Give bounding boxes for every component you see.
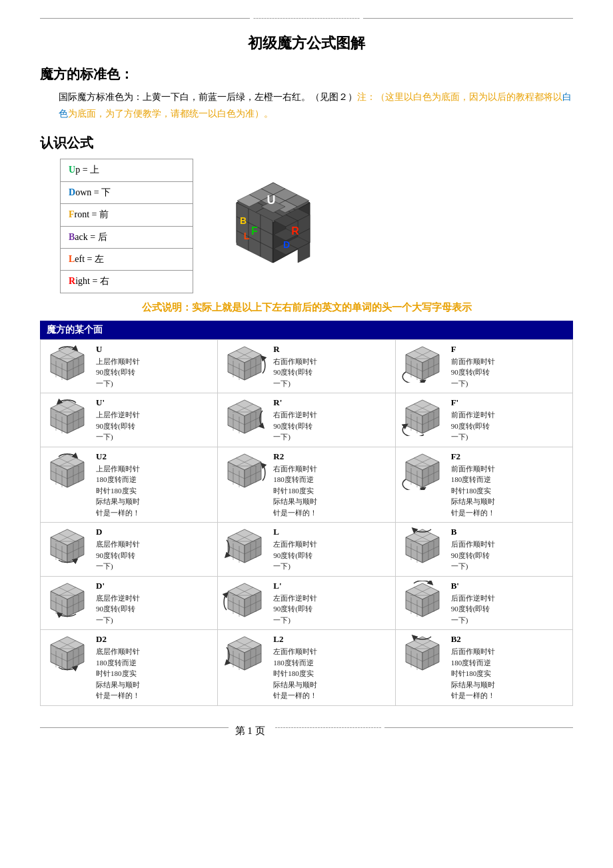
move-cell-F: F前面作顺时针 90度转(即转 一下): [396, 340, 573, 394]
main-title: 初级魔方公式图解: [40, 33, 573, 53]
move-info-3: U'上层作逆时针 90度转(即转 一下): [96, 397, 140, 443]
cube-letter-b: B: [240, 215, 247, 226]
formula-r-rest: ight = 右: [75, 276, 109, 286]
move-info-7: R2右面作顺时针 180度转而逆 时针180度实 际结果与顺时 针是一样的！: [273, 451, 317, 519]
letter-d: D: [69, 187, 75, 197]
move-label-15: D2: [96, 634, 140, 645]
bottom-left-line: [40, 727, 229, 728]
move-info-15: D2底层作顺时针 180度转而逆 时针180度实 际结果与顺时 针是一样的！: [96, 634, 140, 701]
bottom-dashes: ----------------------------------------: [272, 723, 385, 733]
move-cube-7: [221, 451, 269, 491]
move-cube-14: [399, 581, 447, 621]
letter-r: R: [69, 276, 75, 286]
move-desc-0: 上层作顺时针 90度转(即转 一下): [96, 356, 140, 389]
move-label-8: F2: [451, 451, 495, 462]
move-info-1: R右面作顺时针 90度转(即转 一下): [273, 344, 317, 389]
move-label-6: U2: [96, 451, 140, 462]
formula-cell-r: Right = 右: [61, 271, 193, 293]
move-cube-9: [44, 527, 92, 567]
letter-b: B: [69, 232, 75, 242]
move-cube-8: [399, 451, 447, 491]
section-standard-color: 魔方的标准色： 国际魔方标准色为：上黄一下白，前蓝一后绿，左橙一右红。（见图２）…: [40, 65, 573, 122]
move-cell-D: D底层作顺时针 90度转(即转 一下): [41, 523, 218, 577]
move-desc-2: 前面作顺时针 90度转(即转 一下): [451, 356, 495, 389]
formula-row-l: Left = 左: [61, 248, 193, 270]
move-desc-16: 左面作顺时针 180度转而逆 时针180度实 际结果与顺时 针是一样的！: [273, 646, 317, 701]
move-label-12: D': [96, 581, 140, 591]
formula-row-d: Down = 下: [61, 181, 193, 203]
move-cell-Dprime: D'底层作逆时针 90度转(即转 一下): [41, 577, 218, 631]
move-cube-6: [44, 451, 92, 491]
note-suffix: 为底面，为了方便教学，请都统一以白色为准）。: [68, 109, 273, 119]
move-info-14: B'后面作逆时针 90度转(即转 一下): [451, 581, 495, 626]
moves-table-header: 魔方的某个面: [40, 321, 573, 339]
move-cell-D2: D2底层作顺时针 180度转而逆 时针180度实 际结果与顺时 针是一样的！: [41, 630, 218, 706]
top-divider: ----------------------------------------: [40, 0, 573, 23]
move-desc-9: 底层作顺时针 90度转(即转 一下): [96, 539, 140, 572]
top-divider-left-line: [40, 18, 250, 19]
rubik-cube-image: U F B L R D: [220, 173, 326, 279]
move-cell-B2: B2后面作顺时针 180度转而逆 时针180度实 际结果与顺时 针是一样的！: [396, 630, 573, 706]
note-prefix: 注：（这里以白色为底面，因为以后的教程都将以: [357, 92, 562, 102]
formula-f-rest: ront = 前: [75, 209, 109, 219]
move-label-3: U': [96, 397, 140, 408]
move-cell-R2: R2右面作顺时针 180度转而逆 时针180度实 际结果与顺时 针是一样的！: [218, 447, 395, 523]
move-info-4: R'右面作逆时针 90度转(即转 一下): [273, 397, 317, 443]
moves-table-container: 魔方的某个面 U上层作顺时针 90度转(即转 一下) R右面作顺时针 90度转(…: [40, 321, 573, 706]
formula-table: Up = 上 Down = 下 Front = 前 Back = 后 Left …: [60, 159, 193, 293]
move-desc-10: 左面作顺时针 90度转(即转 一下): [273, 539, 317, 572]
move-cell-Rprime: R'右面作逆时针 90度转(即转 一下): [218, 393, 395, 447]
move-cube-10: [221, 527, 269, 567]
bottom-right-line: [384, 727, 573, 728]
formula-row-u: Up = 上: [61, 159, 193, 181]
move-cube-17: [399, 634, 447, 674]
move-cell-U: U上层作顺时针 90度转(即转 一下): [41, 340, 218, 394]
intro-text: 国际魔方标准色为：上黄一下白，前蓝一后绿，左橙一右红。（见图２）注：（这里以白色…: [59, 89, 573, 122]
formula-u-rest: p = 上: [75, 165, 99, 175]
move-label-13: L': [273, 581, 317, 591]
move-cell-F2: F2前面作顺时针 180度转而逆 时针180度实 际结果与顺时 针是一样的！: [396, 447, 573, 523]
rubik-cube-svg: U F B L R D: [223, 176, 323, 276]
move-info-2: F前面作顺时针 90度转(即转 一下): [451, 344, 495, 389]
move-desc-5: 前面作逆时针 90度转(即转 一下): [451, 409, 495, 443]
move-desc-7: 右面作顺时针 180度转而逆 时针180度实 际结果与顺时 针是一样的！: [273, 463, 317, 519]
move-desc-13: 左面作逆时针 90度转(即转 一下): [273, 593, 317, 626]
formula-note: 公式说明：实际上就是以上下左右前后的英文的单词的头一个大写字母表示: [40, 301, 573, 314]
move-info-11: B后面作顺时针 90度转(即转 一下): [451, 527, 495, 572]
move-cube-16: [221, 634, 269, 674]
formula-layout: Up = 上 Down = 下 Front = 前 Back = 后 Left …: [60, 159, 573, 293]
formula-d-rest: own = 下: [75, 187, 111, 197]
cube-letter-r: R: [291, 225, 299, 237]
move-label-0: U: [96, 344, 140, 355]
cube-letter-d: D: [283, 239, 290, 250]
move-label-9: D: [96, 527, 140, 537]
move-desc-3: 上层作逆时针 90度转(即转 一下): [96, 409, 140, 443]
move-cube-12: [44, 581, 92, 621]
formula-cell-u: Up = 上: [61, 159, 193, 181]
move-label-7: R2: [273, 451, 317, 462]
move-info-12: D'底层作逆时针 90度转(即转 一下): [96, 581, 140, 626]
move-cube-11: [399, 527, 447, 567]
formula-row-f: Front = 前: [61, 204, 193, 226]
move-info-9: D底层作顺时针 90度转(即转 一下): [96, 527, 140, 572]
move-desc-1: 右面作顺时针 90度转(即转 一下): [273, 356, 317, 389]
move-info-6: U2上层作顺时针 180度转而逆 时针180度实 际结果与顺时 针是一样的！: [96, 451, 140, 519]
cube-letter-f: F: [251, 225, 258, 237]
move-desc-8: 前面作顺时针 180度转而逆 时针180度实 际结果与顺时 针是一样的！: [451, 463, 495, 519]
move-cell-Fprime: F'前面作逆时针 90度转(即转 一下): [396, 393, 573, 447]
move-info-0: U上层作顺时针 90度转(即转 一下): [96, 344, 140, 389]
move-label-17: B2: [451, 634, 495, 645]
move-label-1: R: [273, 344, 317, 355]
move-cell-Bprime: B'后面作逆时针 90度转(即转 一下): [396, 577, 573, 631]
section-formula: 认识公式 Up = 上 Down = 下 Front = 前 Back = 后: [40, 134, 573, 313]
top-divider-right-line: [363, 18, 573, 19]
move-cube-3: [44, 397, 92, 437]
formula-row-r: Right = 右: [61, 271, 193, 293]
move-cell-Lprime: L'左面作逆时针 90度转(即转 一下): [218, 577, 395, 631]
move-info-13: L'左面作逆时针 90度转(即转 一下): [273, 581, 317, 626]
move-desc-17: 后面作顺时针 180度转而逆 时针180度实 际结果与顺时 针是一样的！: [451, 646, 495, 701]
move-info-10: L左面作顺时针 90度转(即转 一下): [273, 527, 317, 572]
page-number: 第 1 页: [229, 725, 272, 737]
move-cell-L: L左面作顺时针 90度转(即转 一下): [218, 523, 395, 577]
formula-cell-f: Front = 前: [61, 204, 193, 226]
